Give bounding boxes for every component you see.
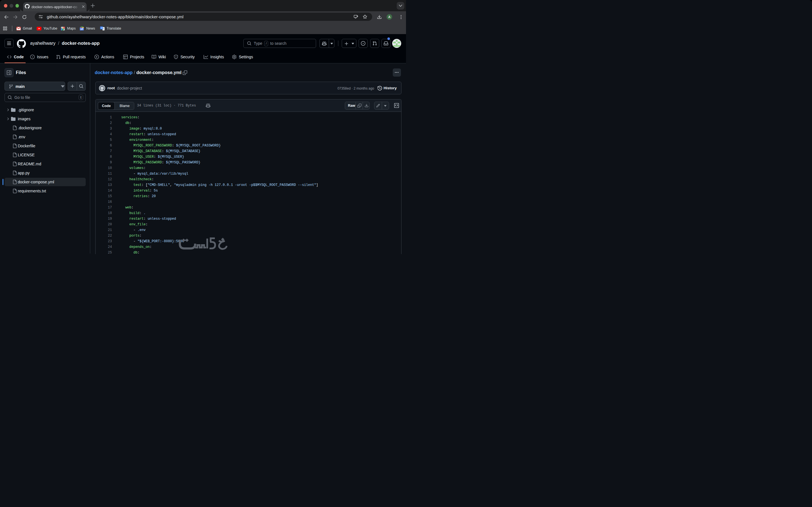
svg-text:G: G (80, 27, 82, 30)
